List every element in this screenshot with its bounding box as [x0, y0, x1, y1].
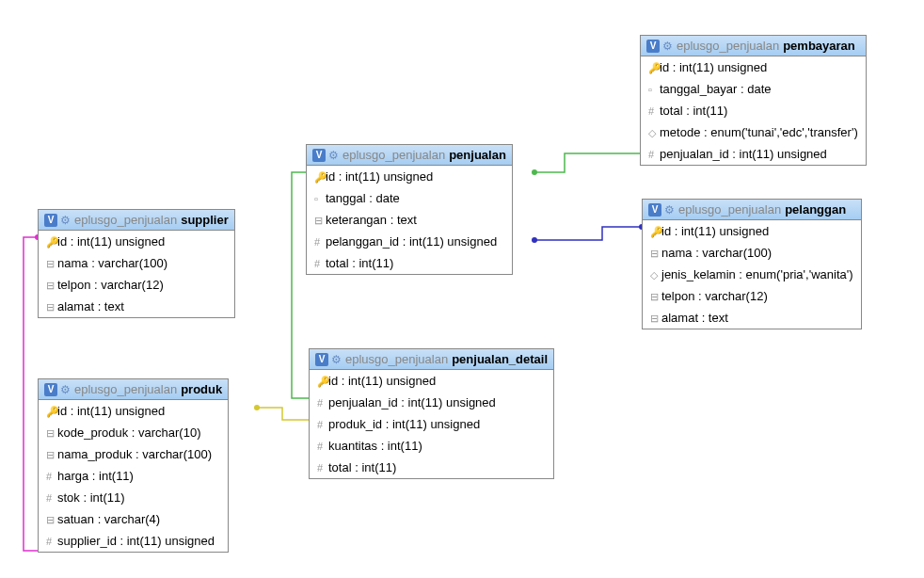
- column-row: ⊟alamat : text: [39, 296, 234, 317]
- gear-icon[interactable]: ⚙: [60, 214, 71, 227]
- column-row: ▫tanggal_bayar : date: [641, 78, 866, 100]
- key-icon: 🔑: [650, 226, 661, 238]
- column-row: ⊟kode_produk : varchar(10): [39, 422, 228, 443]
- gear-icon[interactable]: ⚙: [328, 149, 339, 162]
- column-row: #supplier_id : int(11) unsigned: [39, 530, 228, 552]
- column-row: #penjualan_id : int(11) unsigned: [641, 143, 866, 165]
- column-row: 🔑id : int(11) unsigned: [307, 166, 512, 187]
- table-header[interactable]: V ⚙ eplusgo_penjualan penjualan_detail: [310, 349, 553, 370]
- view-icon: V: [44, 383, 57, 396]
- table-header[interactable]: V ⚙ eplusgo_penjualan supplier: [39, 210, 234, 231]
- view-icon: V: [315, 353, 328, 366]
- column-row: ⊟alamat : text: [643, 307, 861, 329]
- column-row: 🔑id : int(11) unsigned: [641, 56, 866, 78]
- table-name: produk: [181, 382, 222, 396]
- column-row: ⊟keterangan : text: [307, 209, 512, 231]
- view-icon: V: [646, 40, 660, 53]
- view-icon: V: [312, 149, 326, 162]
- column-row: #total : int(11): [310, 457, 553, 478]
- gear-icon[interactable]: ⚙: [331, 353, 342, 366]
- table-header[interactable]: V ⚙ eplusgo_penjualan penjualan: [307, 145, 512, 166]
- column-row: ▫tanggal : date: [307, 187, 512, 209]
- column-row: ⊟telpon : varchar(12): [643, 285, 861, 307]
- table-pelanggan[interactable]: V ⚙ eplusgo_penjualan pelanggan 🔑id : in…: [642, 199, 862, 329]
- table-pembayaran[interactable]: V ⚙ eplusgo_penjualan pembayaran 🔑id : i…: [640, 35, 867, 166]
- svg-point-3: [532, 237, 537, 243]
- table-name: supplier: [181, 213, 229, 227]
- column-row: #total : int(11): [307, 252, 512, 274]
- view-icon: V: [648, 203, 661, 217]
- key-icon: 🔑: [314, 171, 326, 184]
- key-icon: 🔑: [648, 62, 660, 74]
- gear-icon[interactable]: ⚙: [662, 40, 673, 53]
- table-name: penjualan: [449, 148, 506, 162]
- column-row: ⊟telpon : varchar(12): [39, 274, 234, 296]
- table-header[interactable]: V ⚙ eplusgo_penjualan produk: [39, 379, 228, 400]
- table-name: pembayaran: [783, 39, 855, 53]
- key-icon: 🔑: [46, 236, 57, 249]
- column-row: 🔑id : int(11) unsigned: [39, 400, 228, 422]
- table-name: pelanggan: [785, 202, 846, 217]
- column-row: #penjualan_id : int(11) unsigned: [310, 392, 553, 413]
- table-supplier[interactable]: V ⚙ eplusgo_penjualan supplier 🔑id : int…: [38, 209, 235, 318]
- column-row: ◇metode : enum('tunai','edc','transfer'): [641, 121, 866, 143]
- column-row: ◇jenis_kelamin : enum('pria','wanita'): [643, 264, 861, 285]
- column-row: 🔑id : int(11) unsigned: [643, 220, 861, 242]
- gear-icon[interactable]: ⚙: [664, 203, 675, 217]
- column-row: #total : int(11): [641, 100, 866, 121]
- gear-icon[interactable]: ⚙: [60, 383, 71, 396]
- column-row: ⊟satuan : varchar(4): [39, 508, 228, 530]
- table-name: penjualan_detail: [452, 352, 548, 366]
- column-row: 🔑id : int(11) unsigned: [39, 231, 234, 252]
- column-row: #pelanggan_id : int(11) unsigned: [307, 231, 512, 252]
- column-row: ⊟nama_produk : varchar(100): [39, 443, 228, 465]
- table-header[interactable]: V ⚙ eplusgo_penjualan pembayaran: [641, 36, 866, 56]
- view-icon: V: [44, 214, 57, 227]
- column-row: 🔑id : int(11) unsigned: [310, 370, 553, 392]
- column-row: #kuantitas : int(11): [310, 435, 553, 457]
- table-penjualan[interactable]: V ⚙ eplusgo_penjualan penjualan 🔑id : in…: [306, 144, 513, 275]
- key-icon: 🔑: [46, 406, 57, 418]
- table-header[interactable]: V ⚙ eplusgo_penjualan pelanggan: [643, 200, 861, 220]
- svg-point-1: [254, 405, 260, 410]
- column-row: ⊟nama : varchar(100): [643, 242, 861, 264]
- column-row: #produk_id : int(11) unsigned: [310, 413, 553, 435]
- table-penjualan-detail[interactable]: V ⚙ eplusgo_penjualan penjualan_detail 🔑…: [309, 348, 554, 479]
- svg-point-2: [532, 169, 537, 175]
- column-row: #stok : int(11): [39, 487, 228, 508]
- column-row: #harga : int(11): [39, 465, 228, 487]
- table-produk[interactable]: V ⚙ eplusgo_penjualan produk 🔑id : int(1…: [38, 378, 229, 553]
- key-icon: 🔑: [317, 376, 328, 388]
- column-row: ⊟nama : varchar(100): [39, 252, 234, 274]
- schema-label: eplusgo_penjualan: [74, 213, 177, 227]
